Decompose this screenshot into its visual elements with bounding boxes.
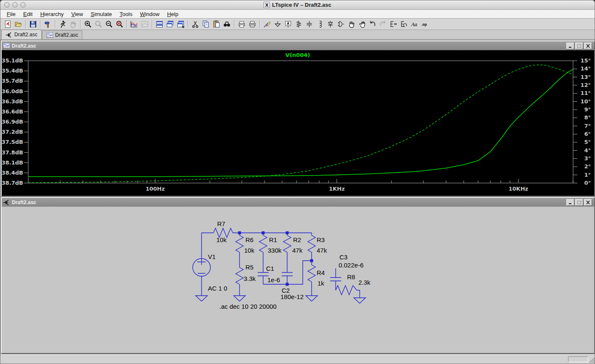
place-capacitor-button[interactable] — [304, 19, 315, 29]
cascade-windows-alt-button[interactable] — [175, 19, 186, 29]
zoom-full-extents-button[interactable] — [114, 19, 125, 29]
y-right-tick-label: 15° — [580, 57, 591, 64]
window-title-area: X LTspice IV – Draft2.asc — [264, 2, 331, 8]
tile-windows-button[interactable] — [154, 19, 165, 29]
menu-item-hierarchy[interactable]: Hierarchy — [36, 10, 67, 18]
paste-button[interactable] — [211, 19, 222, 29]
menu-item-file[interactable]: File — [3, 10, 19, 18]
y-right-tick-label: 0° — [584, 180, 591, 186]
symbol-R5 — [236, 267, 243, 284]
spice-directive-icon: .op — [421, 20, 429, 28]
zoom-out-button[interactable] — [104, 19, 114, 29]
component-ref-R5: R5 — [245, 264, 253, 271]
place-net-label-button[interactable] — [283, 19, 293, 29]
y-left-tick-label: -35.4dB — [2, 67, 23, 74]
minimize-button[interactable] — [566, 199, 574, 206]
control-panel-button[interactable] — [43, 19, 53, 29]
waveform-window-titlebar[interactable]: Draft2.asc — [2, 41, 594, 50]
schematic-icon — [3, 199, 10, 205]
menu-item-help[interactable]: Help — [163, 10, 182, 18]
schematic-drawing: R710kR610kR1330kR247kR347kR53.3kR41kC11e… — [2, 207, 594, 353]
maximize-button[interactable] — [575, 199, 583, 206]
new-schematic-button[interactable] — [3, 19, 13, 29]
find-button[interactable] — [222, 19, 232, 29]
y-left-tick-label: -36.0dB — [2, 88, 23, 94]
menu-item-window[interactable]: Window — [136, 10, 163, 18]
y-left-tick-label: -37.5dB — [2, 139, 23, 145]
zoom-in-button[interactable] — [83, 19, 93, 29]
autorange-plot-button[interactable] — [129, 19, 140, 29]
spice-directive-button[interactable]: .op — [420, 19, 431, 29]
y-left-tick-label: -37.2dB — [2, 129, 23, 135]
undo-button[interactable] — [367, 19, 378, 29]
tile-windows-icon — [156, 20, 164, 28]
new-schematic-icon — [4, 20, 12, 28]
maximize-button[interactable] — [575, 43, 583, 49]
y-right-tick-label: 14° — [580, 65, 591, 72]
copy-button[interactable] — [201, 19, 211, 29]
y-left-tick-label: -36.9dB — [2, 119, 23, 125]
y-right-tick-label: 1° — [584, 172, 591, 178]
toolbar-separator — [80, 20, 81, 28]
place-ground-button[interactable] — [272, 19, 283, 29]
y-left-tick-label: -35.1dB — [2, 57, 23, 64]
minimize-button[interactable] — [566, 43, 574, 49]
zoom-out-icon — [105, 20, 113, 28]
schematic-canvas[interactable]: R710kR610kR1330kR247kR347kR53.3kR41kC11e… — [2, 207, 594, 353]
menu-item-simulate[interactable]: Simulate — [87, 10, 116, 18]
cascade-windows-button[interactable] — [165, 19, 175, 29]
mac-close-button[interactable] — [4, 2, 10, 8]
symbol-V1-polarity — [197, 259, 206, 273]
schematic-window-titlebar[interactable]: Draft2.asc — [2, 198, 594, 207]
run-simulation-button[interactable] — [57, 19, 68, 29]
component-value-R5: 3.3k — [244, 275, 256, 282]
mirror-button[interactable] — [388, 19, 399, 29]
run-simulation-icon — [59, 20, 67, 28]
print-preview-button[interactable] — [237, 19, 247, 29]
y-left-tick-label: -38.7dB — [2, 180, 23, 186]
waveform-plot-area[interactable]: V(n004)-35.1dB-35.4dB-35.7dB-36.0dB-36.3… — [2, 50, 594, 196]
menu-item-tools[interactable]: Tools — [116, 10, 136, 18]
status-bar — [0, 354, 595, 364]
close-button[interactable] — [584, 199, 592, 206]
tab-waveform[interactable]: Draft2.asc — [42, 30, 83, 39]
place-inductor-button[interactable] — [315, 19, 325, 29]
component-value-R2: 47k — [292, 247, 303, 254]
symbol-R3 — [308, 235, 315, 252]
drag-button[interactable] — [357, 19, 367, 29]
menu-bar: FileEditHierarchyViewSimulateToolsWindow… — [0, 10, 595, 19]
place-resistor-button[interactable] — [293, 19, 304, 29]
y-left-tick-label: -38.4dB — [2, 170, 23, 176]
control-panel-icon — [44, 20, 52, 28]
ground-symbol — [306, 296, 318, 301]
component-ref-C3: C3 — [339, 253, 347, 261]
y-left-tick-label: -36.3dB — [2, 98, 23, 105]
print-button[interactable] — [247, 19, 258, 29]
component-ref-V1: V1 — [208, 253, 215, 260]
menu-item-view[interactable]: View — [67, 10, 87, 18]
place-text-button[interactable]: Aa — [409, 19, 420, 29]
mac-minimize-button[interactable] — [12, 2, 18, 8]
ltspice-app-window: X LTspice IV – Draft2.asc FileEditHierar… — [0, 0, 595, 364]
menu-item-edit[interactable]: Edit — [19, 10, 36, 18]
move-button[interactable] — [346, 19, 357, 29]
schematic-icon — [5, 32, 12, 38]
cut-button[interactable] — [190, 19, 201, 29]
resize-grip[interactable] — [589, 357, 595, 363]
toolbar-separator — [55, 20, 56, 28]
plot-border — [28, 61, 573, 183]
place-net-label-icon — [284, 20, 292, 28]
tab-schematic[interactable]: Draft2.asc — [1, 30, 42, 39]
draw-wire-button[interactable] — [262, 19, 272, 29]
close-button[interactable] — [584, 43, 592, 49]
x-tick-label: 1KHz — [329, 186, 345, 192]
open-file-button[interactable] — [13, 19, 24, 29]
autorange-plot-icon — [130, 20, 138, 28]
rotate-button[interactable] — [399, 19, 409, 29]
component-ref-R2: R2 — [293, 236, 301, 243]
save-button[interactable] — [28, 19, 38, 29]
waveform-window: Draft2.asc V(n004)-35.1dB-35.4dB-35.7dB-… — [1, 40, 595, 197]
place-diode-button[interactable] — [325, 19, 336, 29]
place-component-button[interactable] — [336, 19, 346, 29]
mac-zoom-button[interactable] — [20, 2, 26, 8]
